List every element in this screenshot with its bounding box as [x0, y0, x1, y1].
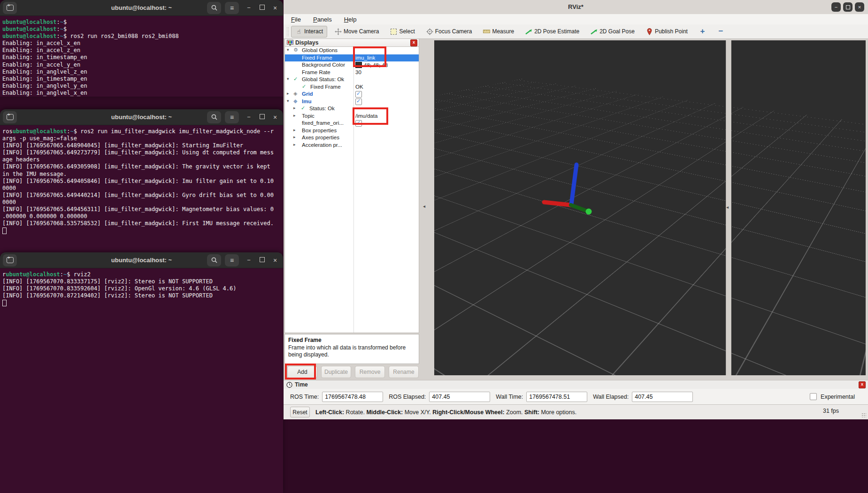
menu-file[interactable]: File — [291, 16, 301, 23]
tree-row-global-options[interactable]: ▾⚙Global Options — [285, 47, 419, 54]
tree-row-frame-rate[interactable]: Frame Rate30 — [285, 69, 419, 76]
menu-button[interactable]: ≡ — [225, 111, 239, 123]
displays-icon — [287, 40, 293, 46]
tree-value-topic[interactable]: /imu/data — [355, 113, 377, 119]
toolbar-drag-handle[interactable] — [286, 27, 289, 36]
chevron-down-icon[interactable]: ▾ — [287, 99, 289, 103]
tool-move-camera-button[interactable]: Move Camera — [331, 26, 383, 37]
tool-focus-camera-button[interactable]: Focus Camera — [422, 26, 476, 37]
close-button[interactable]: × — [855, 2, 864, 12]
left-panel-collapse-arrow[interactable]: ◂ — [423, 204, 425, 209]
tree-row-topic[interactable]: ▸Topic/imu/data — [285, 113, 419, 120]
terminal-output[interactable]: ubuntu@localhost:~$ ubuntu@localhost:~$ … — [0, 16, 283, 97]
minimize-button[interactable]: − — [246, 257, 252, 264]
enabled-checkbox[interactable] — [355, 120, 362, 127]
tool-2d-goal-pose-button[interactable]: 2D Goal Pose — [587, 26, 638, 37]
y-axis-tip-sphere — [586, 209, 592, 215]
chevron-right-icon[interactable]: ▸ — [287, 91, 289, 96]
tool-plus-button[interactable]: + — [695, 26, 710, 37]
close-button[interactable]: × — [272, 4, 278, 12]
maximize-button[interactable] — [259, 114, 265, 121]
tree-value-fixed-frame[interactable]: imu_link — [355, 55, 375, 61]
menu-help[interactable]: Help — [344, 16, 357, 23]
menu-button[interactable]: ≡ — [225, 2, 239, 14]
minimize-button[interactable]: − — [831, 2, 841, 12]
time-panel-title: Time — [295, 381, 308, 388]
duplicate-button[interactable]: Duplicate — [321, 366, 351, 378]
tool-select-button[interactable]: Select — [386, 26, 418, 37]
terminal-window-1: ubuntu@localhost: ~ ≡ − × ubuntu@localho… — [0, 0, 283, 97]
close-button[interactable]: × — [272, 114, 278, 121]
terminal-titlebar[interactable]: ubuntu@localhost: ~ ≡ − × — [0, 109, 283, 125]
tree-value-frame-rate[interactable]: 30 — [355, 69, 361, 75]
tree-row-fixed-frame[interactable]: Fixed Frameimu_link — [285, 54, 419, 62]
ros-time-input[interactable]: 1769567478.48 — [322, 392, 383, 402]
experimental-toggle[interactable]: Experimental — [810, 393, 855, 400]
close-button[interactable]: × — [272, 257, 278, 264]
measure-icon — [483, 28, 490, 35]
rename-button[interactable]: Rename — [389, 366, 419, 378]
displays-panel-header[interactable]: Displays x — [285, 39, 419, 47]
time-panel-header[interactable]: Time x — [284, 380, 868, 389]
enabled-checkbox[interactable] — [355, 91, 362, 98]
minimize-button[interactable]: − — [246, 4, 252, 11]
chevron-right-icon[interactable]: ▸ — [293, 135, 296, 139]
remove-button[interactable]: Remove — [355, 366, 385, 378]
menu-panels[interactable]: Panels — [313, 16, 332, 23]
chevron-down-icon[interactable]: ▾ — [287, 76, 289, 81]
new-tab-button[interactable] — [3, 2, 17, 14]
search-icon — [211, 114, 217, 120]
right-panel-collapse-arrow[interactable]: ◂ — [726, 205, 729, 210]
tool-minus-button[interactable]: − — [714, 26, 728, 37]
panel-close-button[interactable]: x — [859, 381, 866, 388]
chevron-down-icon[interactable]: ▾ — [287, 47, 289, 52]
tree-row-imu[interactable]: ▾◆Imu — [285, 98, 419, 106]
tree-value-fixed-frame-status[interactable]: OK — [355, 84, 363, 90]
render-viewport[interactable] — [434, 40, 866, 375]
ros-elapsed-input[interactable]: 407.45 — [429, 392, 490, 402]
terminal-titlebar[interactable]: ubuntu@localhost: ~ ≡ − × — [0, 0, 283, 16]
menu-button[interactable]: ≡ — [225, 254, 239, 266]
chevron-right-icon[interactable]: ▸ — [293, 106, 296, 110]
tree-row-axes-properties[interactable]: ▸Axes properties — [285, 134, 419, 142]
add-button[interactable]: Add — [287, 366, 317, 378]
enabled-checkbox[interactable] — [355, 99, 362, 105]
experimental-checkbox[interactable] — [810, 393, 817, 400]
terminal-output[interactable]: rubuntu@localhost:~$ rviz2[INFO] [176956… — [0, 268, 283, 493]
tree-row-grid[interactable]: ▸◈Grid — [285, 91, 419, 98]
wall-time-input[interactable]: 1769567478.51 — [526, 392, 587, 402]
tree-row-imu-status[interactable]: ▸✓Status: Ok — [285, 105, 419, 113]
right-panel-splitter[interactable]: ◂ — [726, 40, 731, 375]
chevron-right-icon[interactable]: ▸ — [293, 113, 296, 118]
tree-row-box-properties[interactable]: ▸Box properties — [285, 127, 419, 135]
tree-row-fixed-frame-status[interactable]: ✓Fixed FrameOK — [285, 83, 419, 91]
new-tab-button[interactable] — [3, 111, 17, 123]
tree-row-fixed-frame-orientation[interactable]: fixed_frame_ori... — [285, 120, 419, 127]
tool-2d-pose-estimate-button[interactable]: 2D Pose Estimate — [522, 26, 583, 37]
tree-row-global-status[interactable]: ▾✓Global Status: Ok — [285, 76, 419, 83]
terminal-output[interactable]: rosubuntu@localhost:~$ ros2 run imu_filt… — [0, 125, 283, 255]
tree-row-background-color[interactable]: Background Color48; 48; 48 — [285, 61, 419, 69]
tool-publish-point-button[interactable]: Publish Point — [642, 26, 691, 37]
window-resize-grip[interactable] — [861, 413, 866, 417]
tree-value-background-color[interactable]: 48; 48; 48 — [355, 62, 388, 68]
chevron-right-icon[interactable]: ▸ — [293, 142, 296, 147]
search-button[interactable] — [207, 254, 221, 266]
tree-label: Imu — [302, 99, 311, 104]
maximize-button[interactable] — [843, 2, 853, 12]
minimize-button[interactable]: − — [246, 114, 252, 121]
reset-button[interactable]: Reset — [290, 407, 310, 417]
search-button[interactable] — [207, 111, 221, 123]
panel-close-button[interactable]: x — [410, 39, 417, 46]
search-button[interactable] — [207, 2, 221, 14]
tool-measure-button[interactable]: Measure — [479, 26, 518, 37]
tree-row-acceleration-properties[interactable]: ▸Acceleration pr... — [285, 142, 419, 149]
new-tab-button[interactable] — [3, 254, 17, 266]
tool-interact-button[interactable]: ☝Interact — [291, 26, 327, 38]
rviz-titlebar[interactable]: RViz* − × — [284, 0, 868, 15]
terminal-titlebar[interactable]: ubuntu@localhost: ~ ≡ − × — [0, 252, 283, 268]
maximize-button[interactable] — [259, 257, 265, 264]
maximize-button[interactable] — [259, 4, 265, 11]
wall-elapsed-input[interactable]: 407.45 — [632, 392, 693, 402]
chevron-right-icon[interactable]: ▸ — [293, 128, 296, 132]
